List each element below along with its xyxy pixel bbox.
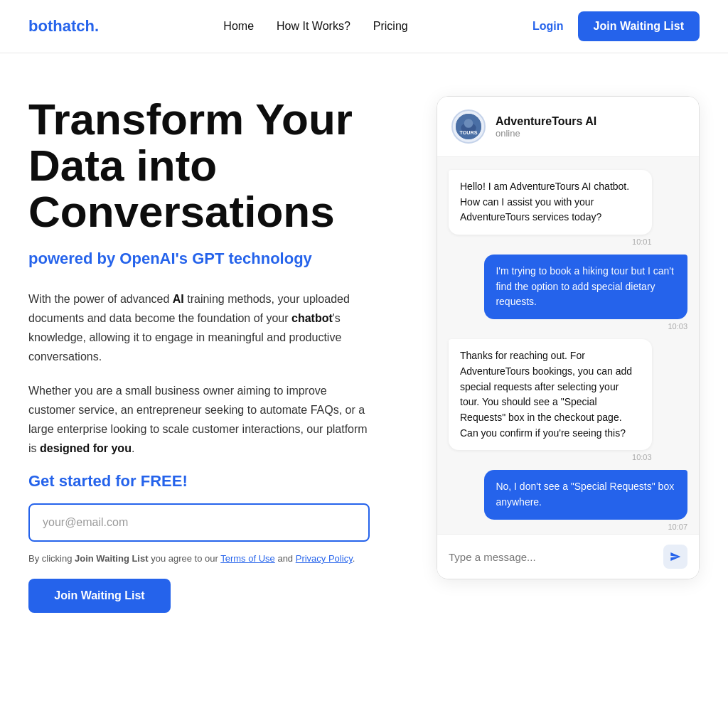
message-4: No, I don't see a "Special Requests" box… [484, 470, 687, 530]
chat-messages: Hello! I am AdventureTours AI chatbot. H… [437, 157, 699, 534]
privacy-link[interactable]: Privacy Policy [296, 553, 353, 564]
message-2-bubble: I'm trying to book a hiking tour but I c… [484, 255, 687, 319]
hero-left: Transform Your Data into Conversations p… [28, 96, 370, 613]
submit-button[interactable]: Join Waiting List [28, 579, 171, 613]
message-4-bubble: No, I don't see a "Special Requests" box… [484, 470, 687, 519]
message-4-time: 10:07 [668, 523, 687, 531]
chat-avatar: TOURS [451, 109, 486, 144]
chat-header-info: AdventureTours AI online [496, 115, 596, 139]
nav-links: Home How It Works? Pricing [223, 20, 407, 33]
chat-input-area [437, 534, 699, 579]
hero-subtitle: powered by OpenAI's GPT technology [28, 249, 370, 269]
message-3-bubble: Thanks for reaching out. For AdventureTo… [449, 339, 652, 450]
hero-body-1: With the power of advanced AI training m… [28, 289, 370, 367]
logo: bothatch. [28, 17, 99, 36]
chat-message-input[interactable] [449, 551, 656, 563]
email-input-wrap [28, 503, 370, 542]
email-input[interactable] [28, 503, 370, 542]
terms-link[interactable]: Terms of Use [220, 553, 275, 564]
message-3: Thanks for reaching out. For AdventureTo… [449, 339, 652, 461]
hero-section: Transform Your Data into Conversations p… [0, 53, 728, 641]
join-waiting-list-button[interactable]: Join Waiting List [578, 11, 700, 41]
chat-send-button[interactable] [663, 545, 687, 569]
svg-point-2 [464, 119, 473, 128]
hero-body-2: Whether you are a small business owner a… [28, 381, 370, 459]
message-2: I'm trying to book a hiking tour but I c… [484, 255, 687, 331]
nav-how-it-works[interactable]: How It Works? [277, 20, 350, 33]
message-1: Hello! I am AdventureTours AI chatbot. H… [449, 170, 652, 246]
message-3-time: 10:03 [632, 453, 652, 461]
message-2-time: 10:03 [668, 322, 687, 331]
chat-bot-status: online [496, 128, 596, 139]
hero-cta: Get started for Get started for FREE!FRE… [28, 472, 370, 491]
hero-title: Transform Your Data into Conversations [28, 96, 370, 235]
message-1-bubble: Hello! I am AdventureTours AI chatbot. H… [449, 170, 652, 235]
svg-text:TOURS: TOURS [459, 129, 477, 136]
disclaimer: By clicking Join Waiting List you agree … [28, 552, 370, 566]
message-1-time: 10:01 [632, 237, 652, 246]
nav-home[interactable]: Home [223, 20, 254, 33]
send-icon [670, 551, 681, 562]
chat-bot-name: AdventureTours AI [496, 115, 596, 128]
nav-pricing[interactable]: Pricing [373, 20, 408, 33]
chat-header: TOURS AdventureTours AI online [437, 97, 699, 157]
chat-widget: TOURS AdventureTours AI online Hello! I … [437, 96, 700, 579]
nav-actions: Login Join Waiting List [532, 11, 700, 41]
login-button[interactable]: Login [532, 20, 564, 33]
